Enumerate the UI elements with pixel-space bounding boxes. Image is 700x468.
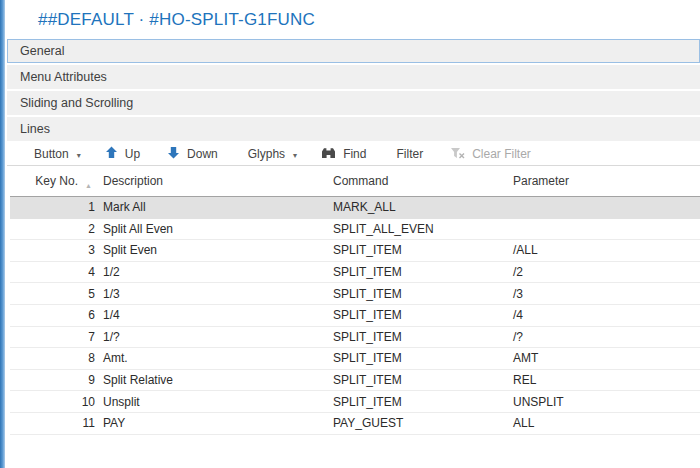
up-arrow-icon xyxy=(105,146,122,162)
cell-description: 1/4 xyxy=(95,308,325,322)
cell-description: Split Relative xyxy=(95,373,325,387)
cell-key-no: 6 xyxy=(10,308,95,322)
cell-command: SPLIT_ITEM xyxy=(325,308,505,322)
section-label: Lines xyxy=(20,122,50,136)
binoculars-icon xyxy=(321,147,340,162)
cell-description: 1/3 xyxy=(95,287,325,301)
chevron-down-icon: ▾ xyxy=(293,151,297,160)
cell-key-no: 10 xyxy=(10,395,95,409)
cell-command: SPLIT_ITEM xyxy=(325,373,505,387)
window-left-edge xyxy=(0,0,5,468)
cell-parameter: ALL xyxy=(505,416,700,430)
table-row[interactable]: 9 Split Relative SPLIT_ITEM REL xyxy=(10,370,700,392)
table-row[interactable]: 2 Split All Even SPLIT_ALL_EVEN xyxy=(10,219,700,241)
cell-command: SPLIT_ITEM xyxy=(325,287,505,301)
move-up-button[interactable]: Up xyxy=(105,146,143,162)
button-dropdown[interactable]: Button ▾ xyxy=(31,147,81,161)
move-down-button[interactable]: Down xyxy=(167,146,221,162)
section-menu-attributes[interactable]: Menu Attributes xyxy=(7,65,700,89)
cell-parameter: /ALL xyxy=(505,243,700,257)
lines-table: Key No. ▲ Description Command Parameter … xyxy=(7,166,700,435)
cell-command: SPLIT_ITEM xyxy=(325,243,505,257)
table-row[interactable]: 10 Unsplit SPLIT_ITEM UNSPLIT xyxy=(10,391,700,413)
cell-description: 1/? xyxy=(95,330,325,344)
cell-parameter: UNSPLIT xyxy=(505,395,700,409)
glyphs-dropdown-label: Glyphs xyxy=(248,147,285,161)
lines-toolbar: Button ▾ Up Down Glyphs ▾ Find xyxy=(7,143,700,166)
cell-key-no: 3 xyxy=(10,243,95,257)
table-row[interactable]: 1 Mark All MARK_ALL xyxy=(10,197,700,219)
chevron-down-icon: ▾ xyxy=(77,151,81,160)
table-row[interactable]: 11 PAY PAY_GUEST ALL xyxy=(10,413,700,435)
clear-filter-label: Clear Filter xyxy=(472,147,531,161)
cell-description: Mark All xyxy=(95,200,325,214)
cell-key-no: 8 xyxy=(10,351,95,365)
section-general[interactable]: General xyxy=(7,39,700,63)
table-row[interactable]: 5 1/3 SPLIT_ITEM /3 xyxy=(10,283,700,305)
cell-key-no: 5 xyxy=(10,287,95,301)
cell-command: SPLIT_ITEM xyxy=(325,351,505,365)
table-header-row: Key No. ▲ Description Command Parameter xyxy=(10,166,700,197)
cell-description: PAY xyxy=(95,416,325,430)
cell-command: SPLIT_ITEM xyxy=(325,265,505,279)
glyphs-dropdown[interactable]: Glyphs ▾ xyxy=(245,147,297,161)
menu-designer-page: ##DEFAULT · #HO-SPLIT-G1FUNC General Men… xyxy=(7,0,700,435)
find-label: Find xyxy=(343,147,366,161)
cell-description: Split All Even xyxy=(95,222,325,236)
column-header-parameter[interactable]: Parameter xyxy=(505,174,700,188)
cell-description: 1/2 xyxy=(95,265,325,279)
cell-parameter: /? xyxy=(505,330,700,344)
cell-command: SPLIT_ITEM xyxy=(325,330,505,344)
table-row[interactable]: 6 1/4 SPLIT_ITEM /4 xyxy=(10,305,700,327)
fasttab-sections: General Menu Attributes Sliding and Scro… xyxy=(7,39,700,141)
section-label: Sliding and Scrolling xyxy=(20,96,133,110)
filter-button[interactable]: Filter xyxy=(393,147,426,161)
cell-key-no: 1 xyxy=(10,200,95,214)
cell-parameter: /3 xyxy=(505,287,700,301)
cell-command: MARK_ALL xyxy=(325,200,505,214)
cell-key-no: 2 xyxy=(10,222,95,236)
cell-parameter: /2 xyxy=(505,265,700,279)
table-row[interactable]: 7 1/? SPLIT_ITEM /? xyxy=(10,327,700,349)
column-header-description[interactable]: Description xyxy=(95,174,325,188)
cell-parameter: /4 xyxy=(505,308,700,322)
column-header-key-no[interactable]: Key No. ▲ xyxy=(10,174,95,188)
section-sliding-scrolling[interactable]: Sliding and Scrolling xyxy=(7,91,700,115)
cell-command: SPLIT_ALL_EVEN xyxy=(325,222,505,236)
find-button[interactable]: Find xyxy=(321,147,369,162)
cell-parameter: AMT xyxy=(505,351,700,365)
table-body: 1 Mark All MARK_ALL 2 Split All Even SPL… xyxy=(10,197,700,435)
section-label: General xyxy=(20,44,64,58)
cell-key-no: 9 xyxy=(10,373,95,387)
cell-key-no: 7 xyxy=(10,330,95,344)
cell-command: PAY_GUEST xyxy=(325,416,505,430)
clear-filter-button[interactable]: Clear Filter xyxy=(450,147,534,162)
cell-description: Amt. xyxy=(95,351,325,365)
page-title: ##DEFAULT · #HO-SPLIT-G1FUNC xyxy=(7,0,700,39)
sort-ascending-icon: ▲ xyxy=(85,182,95,189)
cell-key-no: 11 xyxy=(10,416,95,430)
move-down-label: Down xyxy=(187,147,218,161)
cell-key-no: 4 xyxy=(10,265,95,279)
table-row[interactable]: 8 Amt. SPLIT_ITEM AMT xyxy=(10,348,700,370)
section-label: Menu Attributes xyxy=(20,70,107,84)
clear-filter-icon xyxy=(450,147,469,162)
table-row[interactable]: 4 1/2 SPLIT_ITEM /2 xyxy=(10,262,700,284)
down-arrow-icon xyxy=(167,146,184,162)
button-dropdown-label: Button xyxy=(34,147,69,161)
column-header-command[interactable]: Command xyxy=(325,174,505,188)
cell-command: SPLIT_ITEM xyxy=(325,395,505,409)
cell-description: Unsplit xyxy=(95,395,325,409)
cell-parameter: REL xyxy=(505,373,700,387)
section-lines[interactable]: Lines xyxy=(7,117,700,141)
column-label: Key No. xyxy=(35,174,78,188)
table-row[interactable]: 3 Split Even SPLIT_ITEM /ALL xyxy=(10,240,700,262)
filter-label: Filter xyxy=(396,147,423,161)
cell-description: Split Even xyxy=(95,243,325,257)
move-up-label: Up xyxy=(125,147,140,161)
